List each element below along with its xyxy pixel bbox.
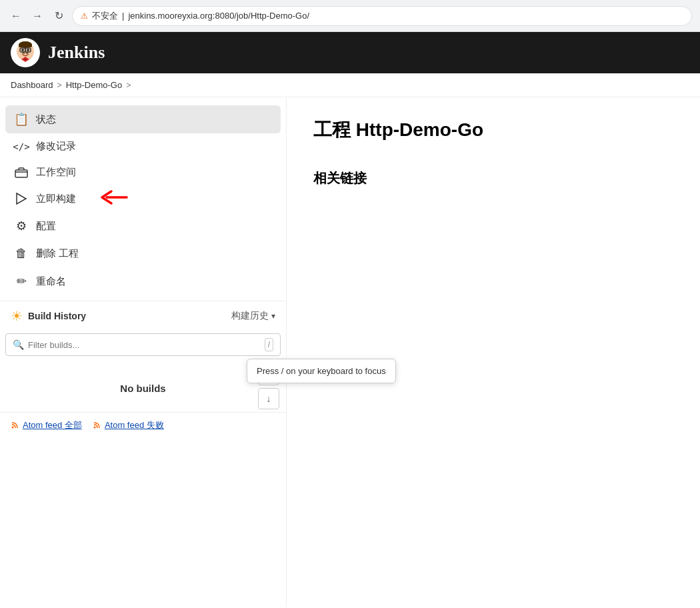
atom-feed-fail[interactable]: Atom feed 失败 — [93, 419, 164, 431]
build-history-sun-icon: ☀ — [11, 308, 23, 324]
jenkins-header: Jenkins — [0, 32, 700, 73]
sidebar-item-workspace-label: 工作空间 — [36, 166, 76, 179]
build-history-zh[interactable]: 构建历史 ▾ — [231, 310, 275, 322]
breadcrumb-dashboard[interactable]: Dashboard — [11, 80, 53, 90]
sidebar-item-rename-label: 重命名 — [36, 275, 66, 288]
configure-icon: ⚙ — [13, 219, 29, 233]
atom-feed-section: Atom feed 全部 Atom feed 失败 — [0, 412, 286, 438]
svg-point-5 — [21, 49, 24, 51]
back-button[interactable]: ← — [8, 8, 24, 24]
related-links-title: 相关链接 — [313, 169, 673, 187]
sidebar-item-rename[interactable]: ✏ 重命名 — [0, 267, 286, 295]
breadcrumb-sep-1: > — [57, 81, 62, 90]
sidebar-item-status[interactable]: 📋 状态 — [5, 105, 281, 133]
changes-icon: </> — [13, 141, 29, 152]
url-separator: | — [122, 11, 124, 21]
scroll-down-button[interactable]: ↓ — [258, 388, 279, 409]
url-text: jenkins.mooreyxia.org:8080/job/Http-Demo… — [128, 11, 309, 21]
sidebar-item-delete[interactable]: 🗑 删除 工程 — [0, 240, 286, 267]
forward-button[interactable]: → — [29, 8, 45, 24]
project-title: 工程 Http-Demo-Go — [313, 117, 673, 143]
build-history-header: ☀ Build History 构建历史 ▾ — [0, 301, 286, 331]
right-content: 工程 Http-Demo-Go 相关链接 — [287, 97, 700, 607]
atom-feed-all-label: Atom feed 全部 — [23, 419, 82, 431]
red-arrow-indicator — [97, 187, 130, 210]
sidebar-item-status-label: 状态 — [36, 113, 56, 126]
browser-bar: ← → ↻ ⚠ 不安全 | jenkins.mooreyxia.org:8080… — [0, 0, 700, 32]
delete-icon: 🗑 — [13, 247, 29, 261]
build-now-icon — [13, 192, 29, 205]
breadcrumb: Dashboard > Http-Demo-Go > — [0, 73, 700, 97]
sidebar-item-configure[interactable]: ⚙ 配置 — [0, 212, 286, 240]
jenkins-logo — [11, 38, 40, 67]
main-content: 📋 状态 </> 修改记录 工作空间 — [0, 97, 700, 607]
sidebar-item-changes-label: 修改记录 — [36, 140, 76, 153]
address-bar[interactable]: ⚠ 不安全 | jenkins.mooreyxia.org:8080/job/H… — [72, 6, 692, 26]
atom-feed-fail-label: Atom feed 失败 — [105, 419, 164, 431]
svg-point-12 — [12, 426, 14, 428]
rename-icon: ✏ — [13, 274, 29, 289]
filter-slash-key: / — [265, 338, 273, 351]
build-history-label: Build History — [28, 311, 86, 321]
sidebar-item-build-now[interactable]: 立即构建 — [0, 185, 286, 212]
sidebar-item-workspace[interactable]: 工作空间 — [0, 159, 286, 185]
svg-point-10 — [24, 58, 27, 61]
security-warning-icon: ⚠ — [81, 11, 88, 21]
breadcrumb-job[interactable]: Http-Demo-Go — [66, 80, 123, 90]
keyboard-focus-tooltip: Press / on your keyboard to focus — [247, 359, 396, 383]
no-builds-text: No builds — [11, 369, 275, 401]
filter-builds-input[interactable] — [28, 340, 261, 350]
sidebar: 📋 状态 </> 修改记录 工作空间 — [0, 97, 287, 607]
workspace-icon — [13, 167, 29, 178]
svg-rect-11 — [15, 170, 27, 177]
status-icon: 📋 — [13, 112, 29, 127]
builds-area: No builds Press / on your keyboard to fo… — [0, 359, 286, 412]
sidebar-item-configure-label: 配置 — [36, 220, 56, 233]
chevron-down-icon: ▾ — [271, 311, 275, 321]
rss-icon-fail — [93, 420, 102, 431]
svg-rect-4 — [19, 44, 32, 47]
svg-point-13 — [93, 426, 95, 428]
breadcrumb-sep-2: > — [126, 81, 131, 90]
sidebar-item-delete-label: 删除 工程 — [36, 247, 79, 260]
reload-button[interactable]: ↻ — [51, 8, 67, 24]
search-icon: 🔍 — [13, 339, 24, 350]
atom-feed-all[interactable]: Atom feed 全部 — [11, 419, 82, 431]
sidebar-item-build-now-label: 立即构建 — [36, 193, 76, 205]
rss-icon-all — [11, 420, 20, 431]
filter-builds-container: 🔍 / — [5, 333, 281, 356]
build-history-zh-label: 构建历史 — [231, 310, 269, 322]
sidebar-item-changes[interactable]: </> 修改记录 — [0, 133, 286, 159]
jenkins-title: Jenkins — [48, 43, 105, 63]
svg-point-6 — [27, 49, 29, 51]
security-label: 不安全 — [92, 10, 118, 22]
